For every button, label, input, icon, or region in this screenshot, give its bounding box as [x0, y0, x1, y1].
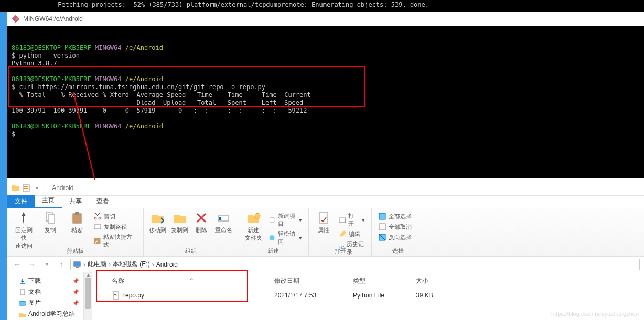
svg-rect-10 [48, 215, 55, 223]
file-type: Python File [353, 292, 416, 299]
tab-file[interactable]: 文件 [7, 195, 35, 208]
svg-rect-28 [76, 267, 79, 268]
folder-icon[interactable] [12, 184, 20, 192]
term-line: $ python --version [12, 52, 80, 59]
svg-rect-12 [75, 212, 79, 215]
group-label-select: 选择 [372, 247, 424, 255]
svg-rect-18 [219, 217, 221, 220]
invert-icon [378, 233, 387, 241]
terminal-body[interactable]: 86183@DESKTOP-MKB5ERF MINGW64 /e/Android… [7, 26, 644, 178]
svg-point-19 [255, 213, 260, 218]
open-button[interactable]: 打开 ▾ [337, 212, 366, 228]
svg-rect-27 [74, 262, 80, 266]
pin-icon: 📌 [72, 278, 79, 284]
cut-button[interactable]: 剪切 [92, 212, 138, 221]
svg-rect-26 [379, 224, 385, 230]
tab-share[interactable]: 共享 [62, 195, 89, 208]
easy-access-button[interactable]: 轻松访问 ▾ [267, 229, 303, 246]
breadcrumb-drive[interactable]: 本地磁盘 (E:) [113, 260, 150, 269]
svg-rect-30 [20, 301, 25, 305]
back-button[interactable]: ← [12, 259, 23, 270]
tab-home[interactable]: 主页 [35, 194, 62, 208]
left-stripe [0, 12, 7, 320]
group-label-open: 打开 [309, 247, 371, 255]
properties-icon[interactable] [22, 184, 30, 192]
group-label-clipboard: 剪贴板 [7, 247, 143, 255]
breadcrumb-folder[interactable]: Android [156, 261, 178, 268]
breadcrumb-this-pc[interactable]: 此电脑 [88, 260, 106, 269]
top-terminal-output: Fetching projects: 52% (385/733) platfor… [0, 0, 644, 12]
up-button[interactable]: ↑ [56, 259, 67, 270]
explorer-titlebar[interactable]: ▾ | Android [7, 180, 644, 196]
pin-icon [16, 211, 31, 225]
prompt-mingw: MINGW64 [95, 123, 122, 130]
chevron-down-icon[interactable]: ▾ [33, 184, 41, 192]
picture-icon [19, 300, 26, 307]
group-label-organize: 组织 [144, 247, 238, 255]
pin-icon: 📌 [72, 289, 79, 295]
open-icon [338, 216, 347, 224]
svg-rect-11 [73, 214, 81, 223]
tree-item-android-study[interactable]: Android学习总结 [9, 308, 81, 319]
path-icon [93, 223, 102, 231]
column-date[interactable]: 修改日期 [274, 277, 353, 285]
ribbon-group-clipboard: 固定到快 速访问 复制 粘贴 剪切 复制路径 粘贴快捷方式 剪贴板 [7, 208, 144, 256]
ribbon-group-organize: 移动到 复制到 删除 重命名 组织 [144, 208, 238, 256]
column-type[interactable]: 类型 [353, 277, 416, 285]
edit-icon [338, 230, 347, 238]
paste-icon [70, 211, 84, 225]
navigation-tree[interactable]: 下载📌 文档📌 图片📌 Android学习总结 Study [7, 272, 83, 320]
breadcrumb[interactable]: › 此电脑 › 本地磁盘 (E:) › Android [70, 259, 640, 270]
svg-point-13 [94, 217, 96, 219]
file-size: 39 KB [416, 292, 458, 299]
chevron-right-icon[interactable]: › [152, 261, 154, 268]
move-icon [151, 211, 165, 225]
svg-rect-15 [94, 225, 101, 229]
scrollbar-thumb[interactable] [85, 278, 91, 309]
group-label-new: 新建 [238, 247, 308, 255]
ribbon-tabs: 文件 主页 共享 查看 [7, 196, 644, 208]
term-line: 100 39791 100 39791 0 0 57919 0 --:--:--… [12, 107, 307, 114]
annotation-red-box-file [96, 270, 248, 302]
folder-icon [19, 311, 26, 318]
document-icon [19, 289, 26, 296]
scroll-up-icon[interactable]: ▲ [86, 272, 91, 278]
column-size[interactable]: 大小 [416, 277, 458, 285]
edit-button[interactable]: 编辑 [337, 229, 366, 239]
new-item-button[interactable]: 新建项目 ▾ [267, 212, 303, 228]
svg-rect-2 [14, 18, 15, 19]
annotation-red-box-terminal [8, 66, 365, 107]
new-folder-icon [246, 211, 261, 225]
blank-line [12, 115, 15, 122]
shortcut-icon [93, 237, 101, 245]
tab-view[interactable]: 查看 [89, 195, 116, 208]
recent-button[interactable]: ▾ [41, 259, 52, 270]
terminal-window: MINGW64:/e/Android 86183@DESKTOP-MKB5ERF… [7, 12, 644, 178]
pc-icon [73, 260, 81, 269]
forward-button[interactable]: → [26, 259, 38, 270]
term-line: $ [12, 130, 15, 138]
window-title: Android [52, 184, 73, 192]
select-all-icon [378, 212, 387, 220]
tree-scrollbar[interactable]: ▲ [83, 272, 92, 320]
file-date: 2021/1/17 7:53 [274, 292, 353, 299]
terminal-titlebar[interactable]: MINGW64:/e/Android [7, 12, 644, 26]
ribbon-group-open: 属性 打开 ▾ 编辑 历史记录 打开 [309, 208, 372, 256]
svg-rect-8 [24, 188, 28, 189]
svg-marker-0 [12, 15, 19, 23]
properties-icon [316, 211, 331, 225]
copy-path-button[interactable]: 复制路径 [92, 222, 138, 231]
invert-selection-button[interactable]: 反向选择 [377, 233, 413, 242]
svg-point-14 [99, 217, 101, 219]
tree-item-documents[interactable]: 文档📌 [9, 286, 81, 297]
ribbon-group-new: 新建 文件夹 新建项目 ▾ 轻松访问 ▾ 新建 [238, 208, 309, 256]
tree-item-pictures[interactable]: 图片📌 [9, 297, 81, 308]
select-none-button[interactable]: 全部取消 [377, 222, 413, 231]
delete-icon [194, 211, 209, 225]
chevron-right-icon[interactable]: › [109, 261, 111, 268]
svg-rect-7 [24, 186, 28, 187]
tree-item-downloads[interactable]: 下载📌 [9, 275, 81, 286]
prompt-user: 86183@DESKTOP-MKB5ERF [12, 123, 91, 130]
chevron-right-icon[interactable]: › [83, 261, 85, 268]
select-all-button[interactable]: 全部选择 [377, 212, 413, 221]
